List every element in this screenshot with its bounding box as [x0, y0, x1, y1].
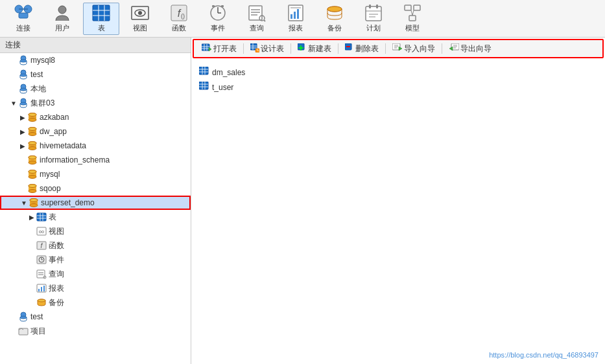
open-table-button[interactable]: 打开表	[198, 42, 241, 56]
svg-marker-116	[209, 47, 211, 51]
design-icon: ✎	[250, 43, 259, 54]
reports-group-icon	[36, 283, 47, 293]
svg-rect-41	[414, 5, 420, 10]
tree-item-views-group[interactable]: oo 视图	[0, 224, 191, 238]
design-table-button[interactable]: ✎ 设计表	[246, 42, 288, 56]
toolbar-backup-label: 备份	[327, 23, 342, 33]
delete-table-button[interactable]: 删除表	[341, 42, 383, 56]
export-label: 导出向导	[460, 43, 492, 54]
table-icon	[91, 4, 112, 22]
svg-point-107	[38, 299, 45, 302]
new-table-button[interactable]: 新建表	[294, 42, 335, 56]
svg-point-65	[29, 147, 36, 150]
query-icon	[246, 4, 267, 22]
tree-label-events-group: 事件	[49, 255, 64, 266]
svg-rect-37	[376, 5, 378, 8]
tree-label-azkaban: azkaban	[40, 113, 69, 122]
svg-rect-19	[212, 5, 215, 7]
tree-item-tables-group[interactable]: ▶ 表	[0, 210, 191, 224]
tree-item-superset-demo[interactable]: ▼ superset_demo	[0, 196, 191, 210]
svg-point-55	[29, 119, 36, 122]
model-icon	[402, 4, 423, 22]
toolbar-view[interactable]: 视图	[122, 3, 158, 35]
svg-line-43	[411, 10, 412, 16]
arrow-sqoop	[18, 184, 27, 193]
svg-text:(): ()	[181, 13, 185, 19]
tree-item-test[interactable]: test	[0, 67, 191, 82]
svg-point-48	[20, 74, 27, 76]
svg-point-74	[29, 176, 36, 179]
db-icon-mysql	[27, 169, 38, 179]
toolbar-backup[interactable]: 备份	[316, 3, 353, 35]
design-table-label: 设计表	[261, 43, 284, 54]
import-button[interactable]: 导入向导	[388, 42, 439, 56]
connect-icon	[13, 4, 34, 22]
svg-point-82	[30, 204, 38, 207]
action-bar: 打开表 ✎ 设计表	[193, 39, 604, 58]
delete-table-label: 删除表	[355, 43, 379, 54]
svg-rect-36	[369, 5, 371, 8]
backup-icon	[324, 4, 345, 22]
content-area: 打开表 ✎ 设计表	[191, 38, 605, 364]
svg-rect-40	[405, 5, 411, 10]
toolbar-model-label: 模型	[405, 23, 420, 33]
toolbar-table-label: 表	[98, 23, 105, 33]
tree-item-project[interactable]: 项目	[0, 324, 191, 338]
sep1	[243, 43, 244, 54]
svg-point-46	[20, 60, 27, 62]
tree-label-views-group: 视图	[49, 226, 64, 237]
tree-item-cluster03[interactable]: ▼ 集群03	[0, 96, 191, 110]
tree-label-mysql-db: mysql	[40, 170, 60, 179]
sep4	[385, 43, 386, 54]
tree-item-azkaban[interactable]: ▶ azkaban	[0, 110, 191, 124]
server-icon-test	[18, 69, 29, 80]
toolbar-table[interactable]: 表	[83, 3, 119, 35]
tree-item-dw-app[interactable]: ▶ dw_app	[0, 124, 191, 139]
tree-item-hivemetadata[interactable]: ▶ hivemetadata	[0, 139, 191, 153]
toolbar-user[interactable]: 用户	[44, 3, 80, 35]
toolbar-connect-label: 连接	[16, 23, 30, 33]
toolbar-report[interactable]: 报表	[278, 3, 314, 35]
svg-point-52	[20, 102, 27, 105]
arrow-superset-demo: ▼	[19, 198, 29, 207]
tree-item-reports-group[interactable]: 报表	[0, 281, 191, 295]
tree-item-mysql[interactable]: mysql	[0, 167, 191, 181]
tree-item-information-schema[interactable]: information_schema	[0, 153, 191, 167]
tree-item-bendi[interactable]: 本地	[0, 82, 191, 96]
table-entry-t-user[interactable]: t_user	[196, 80, 600, 95]
toolbar-schedule[interactable]: 计划	[355, 3, 392, 35]
svg-rect-42	[409, 16, 416, 21]
svg-line-44	[412, 10, 414, 16]
arrow-azkaban: ▶	[18, 113, 27, 122]
svg-rect-105	[43, 286, 45, 291]
toolbar-connect[interactable]: 连接	[5, 3, 42, 35]
svg-rect-21	[249, 6, 262, 20]
tree-item-funcs-group[interactable]: f 函数	[0, 238, 191, 253]
toolbar-model[interactable]: 模型	[394, 3, 431, 35]
tree-item-backups-group[interactable]: 备份	[0, 295, 191, 310]
queries-group-icon	[36, 269, 47, 279]
svg-point-60	[29, 133, 36, 136]
table-entry-dm-sales[interactable]: dm_sales	[196, 65, 600, 80]
arrow-test	[9, 70, 18, 79]
svg-rect-143	[199, 82, 208, 89]
arrow-funcs-group	[27, 241, 36, 250]
toolbar-function-label: 函数	[172, 23, 186, 33]
tree-item-events-group[interactable]: 事件	[0, 253, 191, 267]
tree-item-queries-group[interactable]: 查询	[0, 267, 191, 281]
server-icon-test2	[18, 312, 29, 322]
tree-item-sqoop[interactable]: sqoop	[0, 181, 191, 196]
svg-point-33	[327, 6, 342, 12]
svg-rect-34	[366, 6, 381, 21]
svg-point-61	[29, 128, 36, 131]
import-icon	[392, 43, 403, 54]
tree-label-project: 项目	[30, 326, 46, 337]
export-button[interactable]: 导出向导	[445, 42, 495, 56]
tree-item-test2[interactable]: test	[0, 310, 191, 324]
toolbar-function[interactable]: f () 函数	[161, 3, 197, 35]
tree-item-mysql8[interactable]: mysql8	[0, 53, 191, 67]
toolbar-event[interactable]: 事件	[200, 3, 236, 35]
toolbar-query[interactable]: 查询	[239, 3, 275, 35]
svg-text:✎: ✎	[256, 49, 259, 52]
arrow-bendi	[9, 84, 18, 93]
